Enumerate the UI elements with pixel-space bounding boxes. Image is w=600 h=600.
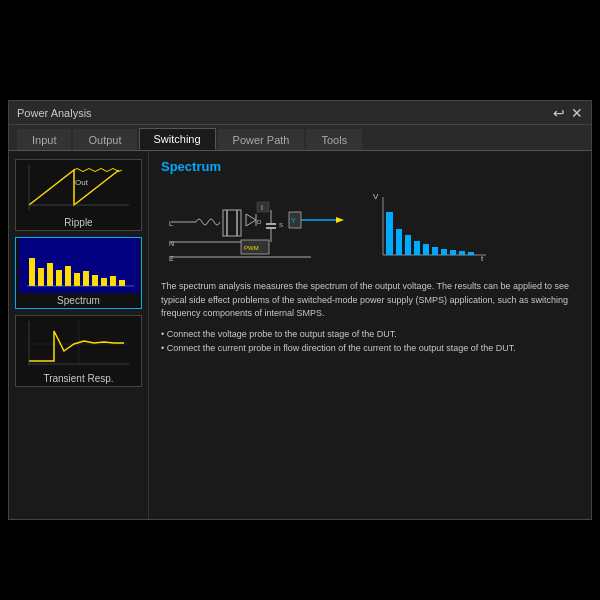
- title-bar: Power Analysis ↩ ✕: [9, 101, 591, 125]
- power-analysis-window: Power Analysis ↩ ✕ Input Output Switchin…: [8, 100, 592, 520]
- svg-text:I: I: [261, 204, 263, 211]
- sidebar: Out Ripple: [9, 151, 149, 519]
- svg-text:S: S: [279, 222, 283, 228]
- transient-label: Transient Resp.: [43, 371, 113, 386]
- svg-rect-0: [19, 160, 139, 215]
- svg-rect-55: [405, 235, 411, 255]
- svg-text:PWM: PWM: [244, 245, 259, 251]
- tab-tools[interactable]: Tools: [306, 129, 362, 150]
- svg-text:E: E: [169, 255, 174, 262]
- svg-rect-12: [92, 275, 98, 286]
- bullet-2: Connect the current probe in flow direct…: [161, 341, 579, 355]
- svg-rect-62: [468, 252, 474, 255]
- svg-text:V: V: [373, 192, 379, 201]
- content-area: Out Ripple: [9, 151, 591, 519]
- svg-text:Out: Out: [75, 178, 89, 187]
- ripple-thumbnail: Out: [19, 160, 139, 215]
- tab-power-path[interactable]: Power Path: [218, 129, 305, 150]
- description-text: The spectrum analysis measures the spect…: [161, 280, 579, 321]
- bullet-1: Connect the voltage probe to the output …: [161, 327, 579, 341]
- main-content: Spectrum L: [149, 151, 591, 519]
- restore-button[interactable]: ↩: [553, 105, 565, 121]
- svg-rect-53: [386, 212, 393, 255]
- tab-output[interactable]: Output: [73, 129, 136, 150]
- section-title: Spectrum: [161, 159, 579, 174]
- tab-switching[interactable]: Switching: [139, 128, 216, 150]
- svg-rect-56: [414, 241, 420, 255]
- svg-rect-5: [29, 258, 35, 286]
- close-button[interactable]: ✕: [571, 105, 583, 121]
- tab-input[interactable]: Input: [17, 129, 71, 150]
- svg-rect-9: [65, 266, 71, 286]
- svg-rect-46: [257, 202, 269, 212]
- sidebar-item-ripple[interactable]: Out Ripple: [15, 159, 142, 231]
- svg-rect-60: [450, 250, 456, 255]
- tab-bar: Input Output Switching Power Path Tools: [9, 125, 591, 151]
- window-title: Power Analysis: [17, 107, 92, 119]
- svg-rect-59: [441, 249, 447, 255]
- svg-rect-54: [396, 229, 402, 255]
- spectrum-waveform: V t: [371, 187, 491, 267]
- svg-rect-7: [47, 263, 53, 286]
- svg-rect-11: [83, 271, 89, 286]
- spectrum-thumbnail: [19, 238, 139, 293]
- circuit-diagram: L D: [161, 182, 361, 272]
- diagram-row: L D: [161, 182, 579, 272]
- svg-rect-10: [74, 273, 80, 286]
- spectrum-label: Spectrum: [57, 293, 100, 308]
- svg-rect-15: [119, 280, 125, 286]
- ripple-label: Ripple: [64, 215, 92, 230]
- svg-rect-58: [432, 247, 438, 255]
- bullet-list: Connect the voltage probe to the output …: [161, 327, 579, 356]
- sidebar-item-spectrum[interactable]: Spectrum: [15, 237, 142, 309]
- svg-rect-8: [56, 270, 62, 286]
- svg-rect-22: [161, 182, 361, 272]
- svg-rect-13: [101, 278, 107, 286]
- transient-thumbnail: [19, 316, 139, 371]
- svg-text:D: D: [257, 219, 262, 225]
- svg-rect-6: [38, 268, 44, 286]
- window-controls: ↩ ✕: [553, 105, 583, 121]
- sidebar-item-transient[interactable]: Transient Resp.: [15, 315, 142, 387]
- svg-rect-14: [110, 276, 116, 286]
- svg-text:Y: Y: [291, 217, 296, 224]
- svg-text:L: L: [169, 220, 173, 227]
- svg-text:N: N: [169, 240, 174, 247]
- svg-rect-57: [423, 244, 429, 255]
- svg-rect-61: [459, 251, 465, 255]
